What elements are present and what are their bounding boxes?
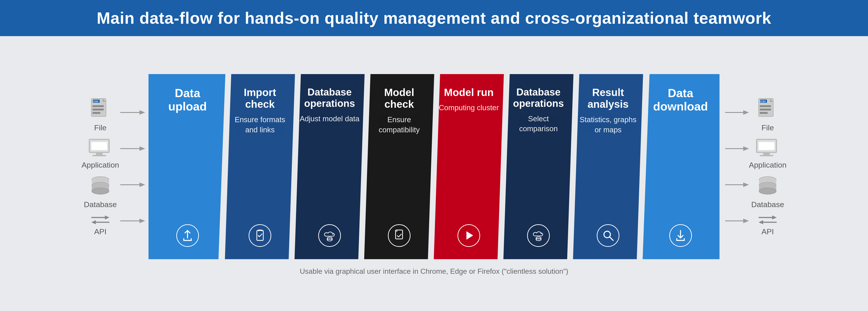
api-icon-left	[90, 215, 111, 225]
card-database-ops-2: Database operations Select comparison	[503, 74, 574, 259]
header-title: Main data-flow for hands-on quality mana…	[97, 9, 771, 27]
svg-point-17	[92, 188, 109, 194]
svg-text:CSV: CSV	[93, 100, 98, 103]
svg-marker-36	[466, 231, 473, 240]
card-model-check-content: Model check Ensure compatibility	[369, 87, 430, 135]
flow-cards: Data upload Import check Ensure formats …	[149, 74, 719, 259]
card-database-ops-2-title: Database operations	[508, 87, 569, 109]
left-icons-column: CSV File Application	[82, 94, 119, 239]
right-arrow-api	[722, 216, 749, 226]
result-analysis-icon-circle	[597, 224, 619, 247]
bottom-note-container: Usable via graphical user interface in C…	[300, 267, 568, 276]
card-model-run-content: Model run Computing cluster	[439, 87, 499, 113]
card-import-check-content: Import check Ensure formats and links	[230, 87, 289, 135]
csv-icon-left: CSV	[90, 97, 111, 121]
card-model-run-subtitle: Computing cluster	[439, 103, 499, 113]
svg-rect-12	[91, 142, 107, 150]
card-database-ops-1: Database operations Adjust model data	[294, 74, 365, 259]
left-application-label: Application	[82, 161, 119, 169]
play-icon	[463, 229, 475, 242]
header: Main data-flow for hands-on quality mana…	[0, 0, 868, 36]
svg-marker-44	[743, 110, 749, 115]
right-application-label: Application	[749, 161, 786, 169]
left-application-item: Application	[82, 138, 119, 169]
left-file-label: File	[94, 123, 106, 132]
right-database-label: Database	[751, 200, 784, 209]
bottom-note: Usable via graphical user interface in C…	[300, 267, 568, 275]
left-api-label: API	[94, 227, 106, 236]
card-database-ops-1-content: Database operations Adjust model data	[299, 87, 360, 124]
download-icon-circle	[669, 224, 692, 247]
svg-rect-55	[760, 112, 768, 114]
svg-marker-69	[772, 215, 777, 219]
svg-rect-11	[92, 155, 106, 156]
svg-rect-53	[760, 105, 771, 107]
left-file-item: CSV File	[90, 97, 111, 132]
svg-line-42	[610, 237, 613, 240]
db-ops-1-icon-circle	[318, 224, 341, 247]
card-database-ops-1-title: Database operations	[299, 87, 360, 109]
svg-marker-21	[91, 220, 96, 224]
left-arrow-api	[119, 216, 146, 226]
import-check-icon-circle	[249, 224, 271, 247]
right-database-item: Database	[751, 175, 784, 209]
cloud-database-2-icon	[532, 229, 545, 242]
card-data-download-content: Data download	[651, 87, 710, 114]
svg-rect-4	[92, 109, 104, 110]
upload-icon-circle	[176, 224, 199, 247]
left-arrow-database	[119, 180, 146, 189]
card-database-ops-2-subtitle: Select comparison	[508, 114, 569, 134]
db-ops-2-icon-circle	[527, 224, 550, 247]
right-arrow-database	[722, 180, 749, 189]
api-icon-right	[757, 215, 778, 225]
svg-point-67	[759, 188, 776, 194]
database-icon-right	[757, 175, 778, 198]
left-database-label: Database	[84, 200, 117, 209]
left-arrow-application	[119, 144, 146, 153]
monitor-icon-right	[755, 138, 780, 158]
card-model-check-title: Model check	[369, 87, 430, 110]
upload-icon	[181, 229, 194, 242]
left-database-item: Database	[84, 175, 117, 209]
svg-rect-54	[760, 109, 771, 110]
right-arrow-file	[722, 108, 749, 117]
download-icon	[674, 229, 687, 242]
card-database-ops-2-content: Database operations Select comparison	[508, 87, 569, 134]
svg-marker-48	[743, 182, 749, 187]
right-icons-column: CSV File Application	[749, 94, 786, 239]
card-result-analysis: Result analysis Statistics, graphs or ma…	[573, 74, 643, 259]
card-model-run-title: Model run	[444, 87, 494, 99]
card-database-ops-1-subtitle: Adjust model data	[300, 114, 360, 124]
monitor-icon-left	[88, 138, 113, 158]
card-result-analysis-content: Result analysis Statistics, graphs or ma…	[578, 87, 639, 135]
model-check-icon-circle	[388, 224, 410, 247]
csv-icon-right: CSV	[757, 97, 778, 121]
main-container: Main data-flow for hands-on quality mana…	[0, 0, 868, 311]
card-data-download: Data download	[643, 74, 719, 259]
svg-marker-23	[140, 110, 145, 115]
card-import-check-title: Import check	[230, 87, 289, 110]
right-api-label: API	[762, 227, 774, 236]
svg-rect-61	[760, 155, 773, 156]
svg-marker-27	[140, 182, 145, 187]
svg-point-34	[327, 239, 332, 241]
svg-marker-46	[743, 146, 749, 151]
model-run-icon-circle	[458, 224, 480, 247]
card-model-check: Model check Ensure compatibility	[364, 74, 434, 259]
database-icon-left	[90, 175, 111, 198]
card-data-upload: Data upload	[149, 74, 225, 259]
svg-rect-10	[96, 153, 103, 155]
svg-marker-50	[743, 219, 749, 223]
right-arrow-application	[722, 144, 749, 153]
right-arrows	[722, 94, 749, 239]
card-data-download-title: Data download	[651, 87, 710, 114]
svg-marker-19	[105, 215, 110, 219]
svg-text:CSV: CSV	[761, 100, 766, 103]
right-file-label: File	[762, 123, 774, 132]
svg-point-40	[536, 239, 541, 241]
flow-wrapper: CSV File Application	[13, 74, 855, 259]
svg-rect-60	[763, 153, 770, 155]
right-application-item: Application	[749, 138, 786, 169]
content-area: CSV File Application	[0, 36, 868, 311]
card-import-check-subtitle: Ensure formats and links	[230, 115, 289, 135]
